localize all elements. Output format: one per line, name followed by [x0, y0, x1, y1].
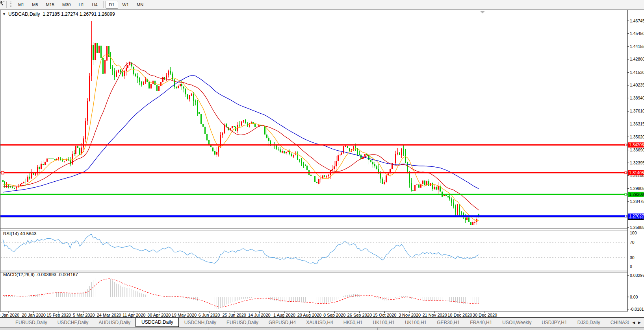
- chart-dropdown-icon[interactable]: ▼: [2, 12, 6, 16]
- rsi-axis-label: 30: [630, 255, 635, 260]
- macd-axis-label: 0.00: [630, 295, 638, 299]
- price-tick-label: 1.45450: [630, 31, 644, 36]
- date-label: 1 Aug 2020: [273, 313, 295, 317]
- price-tick-label: 1.35020: [630, 135, 644, 139]
- chart-title-symbol: USDCAD,Daily: [8, 11, 40, 17]
- timeframe-button-h4[interactable]: H4: [88, 1, 101, 9]
- chart-tab-uk100-h1[interactable]: UK100,H1: [368, 318, 400, 327]
- rsi-axis-label: 100: [630, 230, 637, 235]
- macd-indicator-label: MACD(12,26,9) -0.003693 -0.004167: [3, 272, 78, 277]
- date-label: 14 Jul 2020: [248, 313, 271, 317]
- price-tick-label: 1.46745: [630, 18, 644, 23]
- hline-anchor[interactable]: [625, 172, 627, 174]
- status-bar: [0, 327, 644, 330]
- date-label: 21 Nov 2020: [423, 313, 447, 317]
- price-tick-label: 1.44155: [630, 44, 644, 49]
- date-label: 15 Oct 2020: [373, 313, 396, 317]
- toolbar-separator: [149, 1, 149, 8]
- price-tick-label: 1.29805: [630, 186, 644, 191]
- date-label: 6 Jun 2020: [199, 313, 220, 317]
- ma-21-line: [3, 63, 479, 210]
- chart-title-ohlc: 1.27185 1.27274 1.26791 1.26899: [43, 11, 115, 17]
- date-label: 10 Dec 2020: [447, 313, 472, 317]
- chart-title: ▼USDCAD,Daily 1.27185 1.27274 1.26791 1.…: [2, 11, 115, 17]
- chart-tab-usdjpy-h1[interactable]: USDJPY,H1: [536, 318, 572, 327]
- date-label: 26 Sep 2020: [347, 313, 372, 317]
- macd-signal-line: [3, 279, 479, 307]
- timeframe-button-m5[interactable]: M5: [28, 1, 41, 9]
- hline-anchor[interactable]: [625, 215, 627, 217]
- price-tick-label: 1.25885: [630, 225, 644, 230]
- status-divider: [208, 328, 208, 330]
- chart-tab-usdcnh-daily[interactable]: USDCNH,Daily: [179, 318, 221, 327]
- rsi-line: [3, 234, 479, 264]
- price-tick-label: 1.42860: [630, 57, 644, 61]
- price-tick-label: 1.38940: [630, 96, 644, 100]
- price-tick-label: 1.37610: [630, 109, 644, 113]
- chart-tab-xauusd-h4[interactable]: XAUUSD,H4: [301, 318, 338, 327]
- timeframe-toolbar: ▾ M1M5M15M30H1H4D1W1MN: [0, 0, 644, 9]
- chart-canvas[interactable]: 1.467451.454501.441551.428601.415301.402…: [0, 0, 644, 317]
- timeframe-button-m30[interactable]: M30: [59, 1, 74, 9]
- timeframe-button-d1[interactable]: D1: [106, 1, 118, 9]
- chart-tab-hk50-h1[interactable]: HK50,H1: [338, 318, 368, 327]
- timeframe-button-mn[interactable]: MN: [133, 1, 147, 9]
- tabs-scroll-left-icon[interactable]: ◀: [632, 321, 635, 324]
- price-tick-label: 1.32395: [630, 160, 644, 165]
- macd-axis-label: -0.01815: [630, 307, 644, 312]
- status-divider: [541, 328, 541, 330]
- toolbar-grip[interactable]: [10, 2, 11, 8]
- chart-tab-gbpusd-h4[interactable]: GBPUSD,H4: [264, 318, 301, 327]
- chart-tab-audusd-daily[interactable]: AUDUSD,Daily: [93, 318, 135, 327]
- price-tick-label: 1.40235: [630, 83, 644, 87]
- date-label: 30 Apr 2020: [147, 313, 171, 317]
- chart-tab-usdchf-daily[interactable]: USDCHF,Daily: [52, 318, 94, 327]
- macd-axis-label: 0.032972: [630, 273, 644, 278]
- chart-tab-eurusd-daily[interactable]: EURUSD,Daily: [10, 318, 52, 327]
- ma-55-line: [3, 76, 479, 192]
- chart-tabs-bar: EURUSD,DailyUSDCHF,DailyAUDUSD,DailyUSDC…: [0, 317, 644, 327]
- date-label: 5 Mar 2020: [73, 313, 95, 317]
- timeframe-button-h1[interactable]: H1: [75, 1, 87, 9]
- hline-anchor[interactable]: [625, 144, 627, 146]
- status-divider: [377, 328, 378, 330]
- hline-price-chip-text: 1.29208: [629, 192, 644, 197]
- timeframe-button-m1[interactable]: M1: [15, 1, 28, 9]
- rsi-axis-label: 0: [630, 264, 632, 269]
- date-label: 30 Dec 2020: [473, 313, 497, 317]
- toolbar-separator: [6, 1, 7, 8]
- chart-tab-china300-h1[interactable]: CHINA300,H1: [605, 318, 629, 327]
- chart-tab-dj30-daily[interactable]: DJ30,Daily: [572, 318, 605, 327]
- rsi-indicator-label: RSI(14) 40.5643: [3, 231, 36, 236]
- hline-anchor[interactable]: [625, 194, 627, 195]
- price-tick-label: 1.28475: [630, 199, 644, 204]
- date-label: 28 Jan 2020: [22, 313, 46, 317]
- date-label: 11 Apr 2020: [122, 313, 146, 317]
- timeframe-button-m15[interactable]: M15: [43, 1, 58, 9]
- date-label: 3 Nov 2020: [399, 313, 421, 317]
- chart-shift-marker-icon[interactable]: [480, 11, 485, 13]
- date-label: 8 Sep 2020: [323, 313, 345, 317]
- date-label: 15 Feb 2020: [46, 313, 71, 317]
- macd-histogram: [3, 276, 479, 309]
- tabs-scroll-right-icon[interactable]: ▶: [638, 321, 641, 324]
- hline-anchor[interactable]: [1, 171, 4, 174]
- date-label: 24 Mar 2020: [97, 313, 121, 317]
- timeframe-button-w1[interactable]: W1: [119, 1, 133, 9]
- chart-tab-uk100-h1[interactable]: UK100,H1: [400, 318, 432, 327]
- chart-tab-ger30-h1[interactable]: GER30,H1: [432, 318, 465, 327]
- date-label: 20 Aug 2020: [297, 313, 322, 317]
- date-label: 25 Jun 2020: [222, 313, 246, 317]
- chart-tab-fra40-h1[interactable]: FRA40,H1: [465, 318, 497, 327]
- toolbar-separator: [103, 1, 104, 8]
- chart-tab-usdcad-daily[interactable]: USDCAD,Daily: [135, 318, 179, 327]
- chart-tab-eurusd-daily[interactable]: EURUSD,Daily: [221, 318, 264, 327]
- hline-price-chip-text: 1.27027: [629, 214, 644, 218]
- price-tick-label: 1.33690: [630, 147, 644, 152]
- price-tick-label: 1.41530: [630, 70, 644, 75]
- chart-tab-usoil-weekly[interactable]: USOil,Weekly: [497, 318, 536, 327]
- price-tick-label: 1.36315: [630, 122, 644, 126]
- date-label: 19 May 2020: [172, 313, 197, 317]
- rsi-axis-label: 70: [630, 240, 635, 245]
- ma-8-line: [3, 55, 479, 221]
